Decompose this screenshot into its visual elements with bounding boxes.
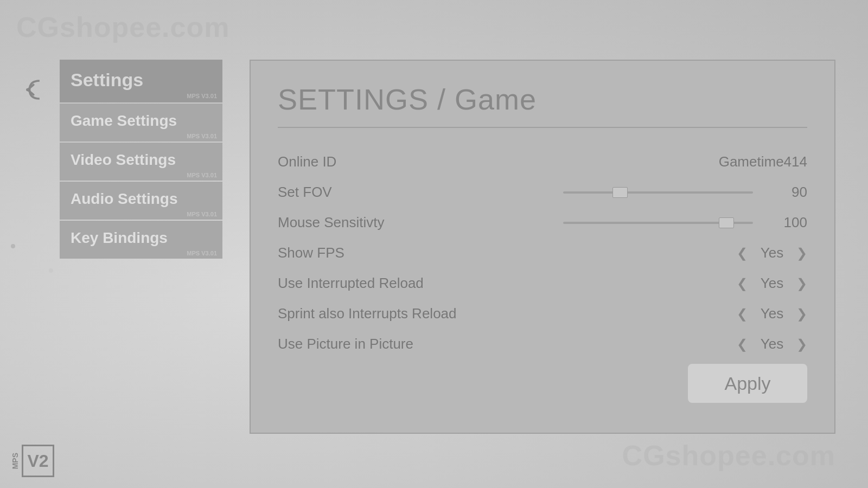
sidebar-item-version-video: MPS V3.01 — [187, 172, 217, 178]
sprint-interrupts-value: Yes — [756, 305, 788, 322]
setting-label-picture-in-picture: Use Picture in Picture — [278, 336, 506, 352]
setting-control-mouse-sensitivity: 100 — [506, 214, 807, 231]
watermark-bottom: CGshopee.com — [622, 439, 835, 472]
sidebar-item-audio-settings[interactable]: Audio Settings MPS V3.01 — [60, 182, 222, 220]
sidebar-item-version-game: MPS V3.01 — [187, 133, 217, 139]
setting-control-fov: 90 — [506, 184, 807, 201]
interrupted-reload-arrow-right[interactable]: ❯ — [796, 276, 807, 291]
apply-button[interactable]: Apply — [688, 364, 807, 403]
arrow-control-picture-in-picture: ❮ Yes ❯ — [506, 336, 807, 352]
panel-divider — [278, 127, 807, 128]
setting-value-mouse-sensitivity: 100 — [764, 214, 807, 231]
mouse-sensitivity-slider-thumb[interactable] — [719, 217, 734, 228]
show-fps-arrow-right[interactable]: ❯ — [796, 246, 807, 261]
sprint-interrupts-arrow-right[interactable]: ❯ — [796, 306, 807, 322]
setting-label-fov: Set FOV — [278, 184, 506, 201]
decorative-dot-2 — [49, 268, 53, 273]
back-button[interactable] — [16, 70, 54, 108]
settings-list: Online ID Gametime414 Set FOV 90 Mouse S… — [278, 147, 807, 359]
picture-in-picture-arrow-right[interactable]: ❯ — [796, 337, 807, 352]
svg-point-0 — [26, 88, 29, 91]
sidebar-item-label-video: Video Settings — [71, 151, 176, 168]
sidebar-header-label: Settings — [71, 69, 143, 90]
sidebar-item-video-settings[interactable]: Video Settings MPS V3.01 — [60, 143, 222, 181]
sidebar-item-label-keybindings: Key Bindings — [71, 229, 168, 246]
sprint-interrupts-arrow-left[interactable]: ❮ — [737, 306, 748, 322]
sidebar-item-game-settings[interactable]: Game Settings MPS V3.01 — [60, 104, 222, 142]
main-panel: SETTINGS / Game Online ID Gametime414 Se… — [250, 60, 835, 434]
sidebar-item-label-game: Game Settings — [71, 112, 177, 129]
setting-control-online-id: Gametime414 — [506, 153, 807, 170]
sidebar-item-label-audio: Audio Settings — [71, 190, 178, 207]
sidebar: Settings MPS V3.01 Game Settings MPS V3.… — [60, 60, 222, 260]
setting-label-show-fps: Show FPS — [278, 245, 506, 261]
mouse-sensitivity-slider-track[interactable] — [563, 222, 753, 224]
sidebar-item-version-audio: MPS V3.01 — [187, 211, 217, 217]
sidebar-item-key-bindings[interactable]: Key Bindings MPS V3.01 — [60, 221, 222, 259]
setting-row-picture-in-picture: Use Picture in Picture ❮ Yes ❯ — [278, 329, 807, 359]
setting-row-fov: Set FOV 90 — [278, 177, 807, 208]
setting-control-show-fps: ❮ Yes ❯ — [506, 245, 807, 261]
picture-in-picture-value: Yes — [756, 336, 788, 352]
arrow-control-show-fps: ❮ Yes ❯ — [506, 245, 807, 261]
interrupted-reload-value: Yes — [756, 275, 788, 292]
watermark-top: CGshopee.com — [16, 11, 229, 43]
setting-label-sprint-interrupts: Sprint also Interrupts Reload — [278, 305, 506, 322]
setting-label-mouse-sensitivity: Mouse Sensitivty — [278, 214, 506, 231]
setting-row-mouse-sensitivity: Mouse Sensitivty 100 — [278, 208, 807, 238]
setting-control-picture-in-picture: ❮ Yes ❯ — [506, 336, 807, 352]
setting-value-online-id: Gametime414 — [719, 153, 807, 170]
sidebar-item-version-keybindings: MPS V3.01 — [187, 250, 217, 256]
decorative-dot-1 — [11, 244, 15, 248]
setting-row-online-id: Online ID Gametime414 — [278, 147, 807, 177]
arrow-control-interrupted-reload: ❮ Yes ❯ — [506, 275, 807, 292]
interrupted-reload-arrow-left[interactable]: ❮ — [737, 276, 748, 291]
setting-control-interrupted-reload: ❮ Yes ❯ — [506, 275, 807, 292]
setting-label-interrupted-reload: Use Interrupted Reload — [278, 275, 506, 292]
logo-mps-text: MPS — [11, 453, 20, 469]
back-icon — [21, 75, 50, 105]
show-fps-arrow-left[interactable]: ❮ — [737, 246, 748, 261]
setting-control-sprint-interrupts: ❮ Yes ❯ — [506, 305, 807, 322]
show-fps-value: Yes — [756, 245, 788, 261]
sidebar-header-version: MPS V3.01 — [187, 93, 217, 99]
sidebar-header: Settings MPS V3.01 — [60, 60, 222, 102]
setting-row-sprint-interrupts: Sprint also Interrupts Reload ❮ Yes ❯ — [278, 299, 807, 329]
fov-slider-track[interactable] — [563, 191, 753, 194]
arrow-control-sprint-interrupts: ❮ Yes ❯ — [506, 305, 807, 322]
fov-slider-thumb[interactable] — [612, 187, 628, 198]
picture-in-picture-arrow-left[interactable]: ❮ — [737, 337, 748, 352]
logo-area: MPS V2 — [11, 445, 54, 477]
setting-row-show-fps: Show FPS ❮ Yes ❯ — [278, 238, 807, 268]
setting-label-online-id: Online ID — [278, 153, 506, 170]
logo-v2-box: V2 — [22, 445, 54, 477]
setting-value-fov: 90 — [764, 184, 807, 201]
setting-row-interrupted-reload: Use Interrupted Reload ❮ Yes ❯ — [278, 268, 807, 299]
panel-title: SETTINGS / Game — [278, 82, 807, 116]
